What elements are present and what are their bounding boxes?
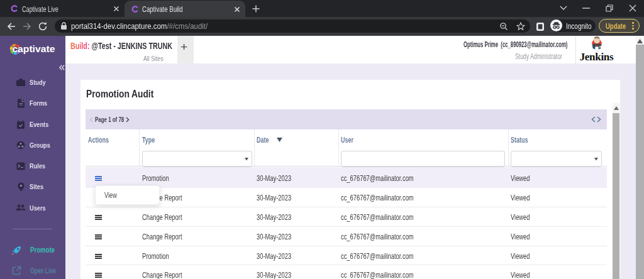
svg-text:captivate: captivate	[12, 45, 55, 54]
